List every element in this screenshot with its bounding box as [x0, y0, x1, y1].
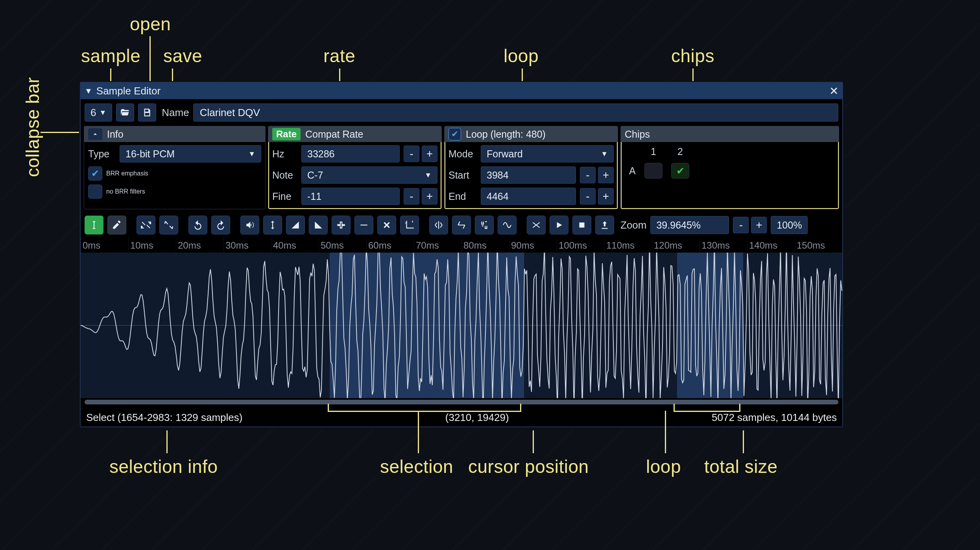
fine-minus[interactable]: - [404, 188, 419, 205]
sample-name-input[interactable]: Clarinet DQV [193, 103, 838, 122]
redo-icon [216, 220, 226, 230]
zoom-label: Zoom [620, 219, 646, 231]
chevron-up-icon [91, 130, 99, 138]
callout-collapse-bar: collapse bar [22, 77, 43, 177]
stop-icon [577, 220, 587, 230]
toolbar: Zoom 39.9645% -+ 100% [81, 212, 842, 238]
loop-start-input[interactable]: 3984 [481, 166, 576, 184]
redo-button[interactable] [211, 216, 230, 234]
undo-button[interactable] [188, 216, 207, 234]
zoom-plus[interactable]: + [751, 217, 767, 233]
note-select[interactable]: C-7 ▼ [301, 166, 437, 184]
open-button[interactable] [116, 103, 134, 122]
collapse-panel-button[interactable] [88, 128, 102, 140]
normalize-button[interactable] [263, 216, 282, 234]
fade-in-button[interactable] [286, 216, 305, 234]
chevron-down-icon: ▼ [99, 109, 106, 117]
leader [743, 430, 744, 453]
cursor-tool-button[interactable] [85, 216, 103, 234]
loop-mode-select[interactable]: Forward ▼ [481, 145, 614, 162]
trim-button[interactable] [400, 216, 419, 234]
chip-row-A: A [629, 161, 640, 180]
brr-emphasis-label: BRR emphasis [106, 170, 148, 177]
chip-A2[interactable]: ✔ [671, 163, 689, 179]
zoom-100-button[interactable]: 100% [771, 216, 808, 234]
reverse-button[interactable] [429, 216, 448, 234]
zoom-in-sel-button[interactable] [137, 216, 155, 234]
loop-end-input[interactable]: 4464 [481, 188, 576, 205]
zoom-input[interactable]: 39.9645% [650, 216, 729, 234]
sign-icon [479, 220, 489, 230]
create-instrument-button[interactable] [595, 216, 614, 234]
insert-icon [336, 220, 346, 230]
loop-start-minus[interactable]: - [580, 167, 596, 183]
loop-panel: ✔ Loop (length: 480) Mode Forward ▼ Star… [444, 126, 618, 209]
brr-emphasis-checkbox[interactable]: ✔ [88, 166, 102, 181]
time-ruler[interactable]: 0ms10ms20ms30ms40ms50ms60ms70ms80ms90ms1… [81, 238, 842, 253]
ruler-tick: 150ms [795, 238, 842, 253]
filter-button[interactable] [498, 216, 517, 234]
sample-index-value: 6 [90, 107, 96, 119]
hz-plus[interactable]: + [422, 146, 437, 162]
invert-button[interactable] [452, 216, 471, 234]
zoom-minus[interactable]: - [733, 217, 749, 233]
waveform-svg [81, 253, 842, 398]
type-select[interactable]: 16-bit PCM ▼ [120, 145, 261, 162]
preview-button[interactable] [240, 216, 259, 234]
save-button[interactable] [138, 103, 156, 122]
leader [533, 430, 534, 453]
ruler-tick-label: 90ms [511, 240, 534, 251]
callout-cursor-pos: cursor position [468, 456, 589, 477]
silence-icon [359, 220, 369, 230]
ruler-tick: 130ms [699, 238, 747, 253]
stop-button[interactable] [572, 216, 591, 234]
zoom-out-sel-button[interactable] [159, 216, 178, 234]
silence-button[interactable] [354, 216, 373, 234]
hz-minus[interactable]: - [404, 146, 419, 162]
undo-icon [193, 220, 203, 230]
ruler-tick-label: 30ms [225, 240, 249, 251]
loop-end-plus[interactable]: + [598, 188, 614, 205]
delete-button[interactable] [377, 216, 396, 234]
collapse-icon[interactable]: ▼ [85, 87, 92, 96]
crop-icon [404, 220, 415, 230]
title-bar[interactable]: ▼ Sample Editor ✕ [81, 83, 842, 99]
loop-enable-checkbox[interactable]: ✔ [448, 128, 461, 140]
insert-silence-button[interactable] [332, 216, 351, 234]
loop-end-minus[interactable]: - [580, 188, 596, 205]
window-title: Sample Editor [96, 85, 161, 97]
ruler-tick-label: 150ms [797, 240, 825, 251]
callout-save: save [163, 45, 202, 66]
fade-out-button[interactable] [309, 216, 328, 234]
sample-index-picker[interactable]: 6 ▼ [85, 103, 112, 122]
callout-chips: chips [671, 45, 714, 66]
fine-value: -11 [307, 191, 321, 202]
ruler-tick: 30ms [223, 238, 271, 253]
rate-header-label: Compat Rate [305, 129, 363, 140]
ruler-tick: 0ms [81, 238, 128, 253]
type-label: Type [88, 148, 116, 160]
chips-header-label: Chips [625, 129, 650, 140]
hz-input[interactable]: 33286 [301, 145, 400, 162]
play-button[interactable] [550, 216, 568, 234]
close-icon[interactable]: ✕ [829, 85, 838, 98]
chevron-down-icon: ▼ [601, 150, 608, 158]
crossfade-loop-button[interactable] [527, 216, 546, 234]
sign-button[interactable] [475, 216, 494, 234]
loop-start-plus[interactable]: + [598, 167, 614, 183]
speaker-icon [245, 220, 255, 230]
play-icon [554, 220, 564, 230]
ruler-tick: 90ms [509, 238, 557, 253]
no-brr-filters-checkbox[interactable]: ✔ [88, 185, 102, 199]
draw-tool-button[interactable] [107, 216, 126, 234]
fine-plus[interactable]: + [422, 188, 437, 205]
fine-input[interactable]: -11 [301, 188, 400, 205]
delete-icon [382, 220, 392, 230]
zoom-out-icon [164, 220, 174, 230]
rate-panel: Rate Compat Rate Hz 33286 -+ Note C-7 ▼ [268, 126, 442, 209]
waveform-display[interactable] [81, 253, 842, 398]
chip-A1[interactable] [644, 163, 663, 179]
rate-badge[interactable]: Rate [272, 128, 301, 140]
ruler-tick-label: 60ms [368, 240, 391, 251]
callout-selection-info: selection info [109, 456, 218, 477]
